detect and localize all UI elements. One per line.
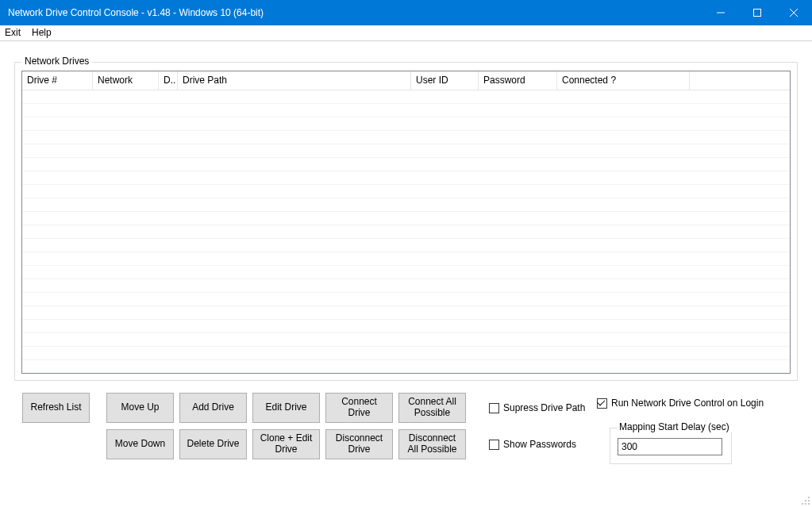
list-row[interactable] bbox=[22, 306, 790, 320]
move-down-button[interactable]: Move Down bbox=[106, 429, 174, 459]
clone-edit-drive-button[interactable]: Clone + Edit Drive bbox=[252, 429, 320, 459]
list-row[interactable] bbox=[22, 131, 790, 144]
drives-listview[interactable]: Drive # Network D.. Drive Path User ID P… bbox=[21, 71, 791, 374]
disconnect-drive-button[interactable]: Disconnect Drive bbox=[325, 429, 393, 459]
list-row[interactable] bbox=[22, 90, 790, 104]
list-row[interactable] bbox=[22, 144, 790, 158]
run-on-login-checkbox[interactable]: Run Network Drive Control on Login bbox=[597, 398, 779, 409]
col-network[interactable]: Network bbox=[93, 71, 159, 90]
run-on-login-label: Run Network Drive Control on Login bbox=[611, 398, 764, 409]
refresh-list-button[interactable]: Refresh List bbox=[22, 393, 90, 423]
show-passwords-label: Show Passwords bbox=[503, 439, 576, 450]
menu-exit[interactable]: Exit bbox=[0, 26, 27, 40]
list-row[interactable] bbox=[22, 320, 790, 333]
add-drive-button[interactable]: Add Drive bbox=[179, 393, 247, 423]
move-up-button[interactable]: Move Up bbox=[106, 393, 174, 423]
checkbox-icon bbox=[489, 440, 499, 450]
close-button[interactable] bbox=[775, 0, 812, 25]
connect-all-button[interactable]: Connect All Possible bbox=[398, 393, 466, 423]
list-row[interactable] bbox=[22, 347, 790, 360]
close-icon bbox=[790, 9, 798, 17]
connect-drive-button[interactable]: Connect Drive bbox=[325, 393, 393, 423]
supress-drive-path-label: Supress Drive Path bbox=[503, 402, 585, 413]
list-row[interactable] bbox=[22, 266, 790, 279]
maximize-icon bbox=[753, 9, 761, 17]
svg-point-7 bbox=[802, 503, 803, 505]
titlebar: Network Drive Control Console - v1.48 - … bbox=[0, 0, 812, 25]
svg-point-5 bbox=[805, 500, 806, 501]
svg-rect-1 bbox=[754, 10, 761, 17]
list-row[interactable] bbox=[22, 212, 790, 225]
client-area: Network Drives Drive # Network D.. Drive… bbox=[0, 41, 812, 507]
list-row[interactable] bbox=[22, 171, 790, 185]
mapping-start-delay-input[interactable] bbox=[618, 438, 722, 455]
svg-point-9 bbox=[808, 503, 810, 505]
col-d[interactable]: D.. bbox=[159, 71, 178, 90]
resize-grip[interactable] bbox=[799, 494, 810, 505]
list-row[interactable] bbox=[22, 293, 790, 306]
show-passwords-checkbox[interactable]: Show Passwords bbox=[489, 439, 576, 450]
col-drive-path[interactable]: Drive Path bbox=[178, 71, 411, 90]
supress-drive-path-checkbox[interactable]: Supress Drive Path bbox=[489, 402, 585, 413]
checkbox-checked-icon bbox=[597, 398, 607, 409]
window-controls bbox=[702, 0, 812, 25]
minimize-icon bbox=[717, 9, 725, 17]
disconnect-all-button[interactable]: Disconnect All Possible bbox=[398, 429, 466, 459]
list-row[interactable] bbox=[22, 117, 790, 131]
col-drive-num[interactable]: Drive # bbox=[22, 71, 93, 90]
maximize-button[interactable] bbox=[739, 0, 775, 25]
menu-help[interactable]: Help bbox=[27, 26, 58, 40]
window-title: Network Drive Control Console - v1.48 - … bbox=[0, 7, 264, 18]
list-row[interactable] bbox=[22, 279, 790, 293]
resize-grip-icon bbox=[799, 494, 810, 505]
list-row[interactable] bbox=[22, 198, 790, 212]
list-row[interactable] bbox=[22, 104, 790, 117]
group-title: Network Drives bbox=[21, 56, 92, 67]
delete-drive-button[interactable]: Delete Drive bbox=[179, 429, 247, 459]
svg-point-8 bbox=[805, 503, 806, 505]
network-drives-group: Network Drives Drive # Network D.. Drive… bbox=[14, 62, 798, 381]
col-password[interactable]: Password bbox=[479, 71, 557, 90]
listview-body[interactable] bbox=[22, 90, 790, 373]
mapping-start-delay-label: Mapping Start Delay (sec) bbox=[617, 421, 732, 432]
list-row[interactable] bbox=[22, 225, 790, 239]
col-connected[interactable]: Connected ? bbox=[557, 71, 690, 90]
list-row[interactable] bbox=[22, 239, 790, 252]
list-row[interactable] bbox=[22, 333, 790, 347]
svg-point-4 bbox=[808, 497, 810, 498]
col-filler bbox=[690, 71, 790, 90]
list-row[interactable] bbox=[22, 158, 790, 171]
listview-header: Drive # Network D.. Drive Path User ID P… bbox=[22, 71, 790, 90]
menubar: Exit Help bbox=[0, 25, 812, 41]
svg-point-6 bbox=[808, 500, 810, 501]
mapping-start-delay-group: Mapping Start Delay (sec) bbox=[610, 428, 732, 464]
list-row[interactable] bbox=[22, 252, 790, 266]
checkbox-icon bbox=[489, 403, 499, 413]
list-row[interactable] bbox=[22, 360, 790, 374]
minimize-button[interactable] bbox=[702, 0, 739, 25]
edit-drive-button[interactable]: Edit Drive bbox=[252, 393, 320, 423]
controls-area: Refresh List Move Up Add Drive Edit Driv… bbox=[14, 393, 798, 468]
col-user-id[interactable]: User ID bbox=[411, 71, 479, 90]
list-row[interactable] bbox=[22, 185, 790, 198]
